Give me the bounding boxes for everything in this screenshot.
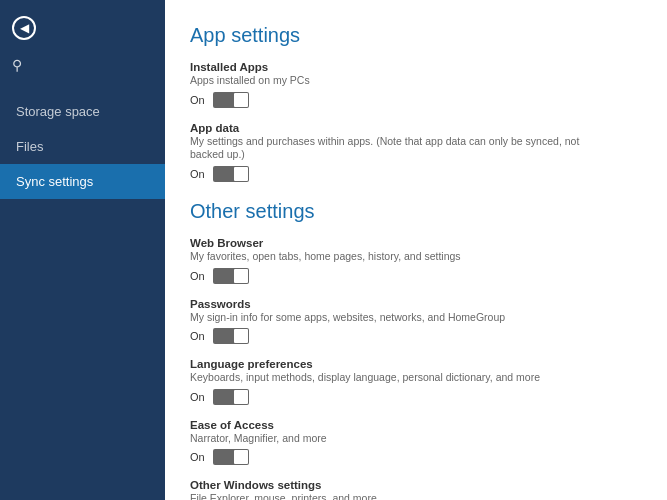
toggle-row: On — [190, 328, 637, 344]
toggle-label: On — [190, 94, 205, 106]
toggle-switch[interactable] — [213, 268, 249, 284]
toggle-row: On — [190, 449, 637, 465]
setting-item: App dataMy settings and purchases within… — [190, 122, 637, 182]
toggle-row: On — [190, 389, 637, 405]
setting-item: Ease of AccessNarrator, Magnifier, and m… — [190, 419, 637, 466]
setting-item: PasswordsMy sign-in info for some apps, … — [190, 298, 637, 345]
toggle-switch[interactable] — [213, 328, 249, 344]
toggle-label: On — [190, 330, 205, 342]
toggle-row: On — [190, 166, 637, 182]
sidebar-item-storage-space[interactable]: Storage space — [0, 94, 165, 129]
toggle-switch[interactable] — [213, 449, 249, 465]
toggle-switch[interactable] — [213, 389, 249, 405]
toggle-switch[interactable] — [213, 166, 249, 182]
section-app-settings: App settingsInstalled AppsApps installed… — [190, 24, 637, 182]
setting-item: Language preferencesKeyboards, input met… — [190, 358, 637, 405]
sidebar-item-files[interactable]: Files — [0, 129, 165, 164]
search-icon[interactable]: ⚲ — [12, 57, 22, 73]
setting-desc: Apps installed on my PCs — [190, 74, 610, 88]
back-button[interactable]: ◀ — [12, 16, 36, 40]
toggle-label: On — [190, 168, 205, 180]
toggle-label: On — [190, 391, 205, 403]
setting-name: Installed Apps — [190, 61, 637, 73]
toggle-thumb — [234, 93, 248, 107]
toggle-thumb — [234, 450, 248, 464]
toggle-thumb — [234, 269, 248, 283]
toggle-thumb — [234, 390, 248, 404]
setting-desc: My settings and purchases within apps. (… — [190, 135, 610, 162]
toggle-row: On — [190, 268, 637, 284]
setting-desc: My favorites, open tabs, home pages, his… — [190, 250, 610, 264]
toggle-row: On — [190, 92, 637, 108]
main-content: App settingsInstalled AppsApps installed… — [165, 0, 667, 500]
toggle-label: On — [190, 451, 205, 463]
search-area[interactable]: ⚲ — [0, 52, 165, 86]
setting-name: Language preferences — [190, 358, 637, 370]
sidebar-item-sync-settings[interactable]: Sync settings — [0, 164, 165, 199]
toggle-thumb — [234, 167, 248, 181]
setting-item: Installed AppsApps installed on my PCsOn — [190, 61, 637, 108]
sidebar-nav: Storage spaceFilesSync settings — [0, 94, 165, 199]
setting-name: Web Browser — [190, 237, 637, 249]
section-other-settings: Other settingsWeb BrowserMy favorites, o… — [190, 200, 637, 500]
setting-desc: Narrator, Magnifier, and more — [190, 432, 610, 446]
toggle-label: On — [190, 270, 205, 282]
toggle-switch[interactable] — [213, 92, 249, 108]
sidebar-header: ◀ — [0, 0, 165, 52]
section-title-app-settings: App settings — [190, 24, 637, 47]
setting-item: Web BrowserMy favorites, open tabs, home… — [190, 237, 637, 284]
setting-desc: My sign-in info for some apps, websites,… — [190, 311, 610, 325]
back-icon: ◀ — [20, 21, 29, 35]
setting-name: Ease of Access — [190, 419, 637, 431]
setting-name: App data — [190, 122, 637, 134]
setting-desc: Keyboards, input methods, display langua… — [190, 371, 610, 385]
sidebar: ◀ ⚲ Storage spaceFilesSync settings — [0, 0, 165, 500]
toggle-thumb — [234, 329, 248, 343]
setting-desc: File Explorer, mouse, printers, and more — [190, 492, 610, 500]
setting-item: Other Windows settingsFile Explorer, mou… — [190, 479, 637, 500]
setting-name: Other Windows settings — [190, 479, 637, 491]
section-title-other-settings: Other settings — [190, 200, 637, 223]
setting-name: Passwords — [190, 298, 637, 310]
